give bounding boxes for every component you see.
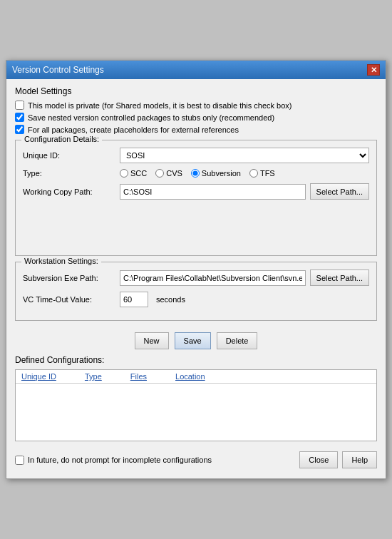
type-label: Type: xyxy=(23,169,115,178)
svn-exe-label: Subversion Exe Path: xyxy=(23,274,115,282)
col-location[interactable]: Location xyxy=(175,372,205,381)
close-button[interactable]: Close xyxy=(299,451,338,468)
version-control-settings-window: Version Control Settings ✕ Model Setting… xyxy=(6,60,386,479)
select-path-button-1[interactable]: Select Path... xyxy=(310,183,369,200)
workstation-settings-title: Workstation Settings: xyxy=(21,257,101,265)
timeout-input[interactable] xyxy=(120,292,148,307)
radio-scc-input[interactable] xyxy=(120,169,128,178)
radio-cvs: CVS xyxy=(155,169,182,178)
radio-scc: SCC xyxy=(120,169,147,178)
save-nested-label: Save nested version controlled packages … xyxy=(28,113,274,122)
workstation-settings-group: Workstation Settings: Subversion Exe Pat… xyxy=(15,262,377,321)
radio-subversion-label: Subversion xyxy=(202,169,241,178)
timeout-unit: seconds xyxy=(156,295,185,304)
type-radio-group: SCC CVS Subversion TFS xyxy=(120,169,369,178)
unique-id-label: Unique ID: xyxy=(23,151,115,160)
help-button[interactable]: Help xyxy=(342,451,377,468)
col-type[interactable]: Type xyxy=(85,372,102,381)
svn-exe-row: Subversion Exe Path: Select Path... xyxy=(23,270,369,286)
model-settings-title: Model Settings xyxy=(15,86,377,96)
working-copy-label: Working Copy Path: xyxy=(23,188,115,196)
title-bar: Version Control Settings ✕ xyxy=(6,61,386,79)
main-content: Model Settings This model is private (fo… xyxy=(6,79,386,478)
config-table-body xyxy=(16,384,376,441)
defined-configs-title: Defined Configurations: xyxy=(15,355,377,365)
placeholders-checkbox[interactable] xyxy=(15,125,24,134)
radio-cvs-label: CVS xyxy=(166,169,182,178)
footer-buttons: Close Help xyxy=(299,451,377,468)
working-copy-input[interactable] xyxy=(120,184,306,200)
select-path-button-2[interactable]: Select Path... xyxy=(310,270,369,286)
new-button[interactable]: New xyxy=(135,332,169,349)
checkbox-row-3: For all packages, create placeholders fo… xyxy=(15,125,377,134)
config-spacer xyxy=(23,205,369,248)
placeholders-label: For all packages, create placeholders fo… xyxy=(28,125,239,134)
radio-tfs-label: TFS xyxy=(260,169,275,178)
checkbox-row-1: This model is private (for Shared models… xyxy=(15,101,377,110)
future-label: In future, do not prompt for incomplete … xyxy=(28,456,212,464)
col-files[interactable]: Files xyxy=(130,372,147,381)
working-copy-row: Working Copy Path: Select Path... xyxy=(23,183,369,200)
timeout-row: VC Time-Out Value: seconds xyxy=(23,292,369,307)
unique-id-select[interactable]: SOSI xyxy=(120,148,369,163)
config-table-header: Unique ID Type Files Location xyxy=(16,370,376,384)
window-title: Version Control Settings xyxy=(12,65,104,75)
footer-row: In future, do not prompt for incomplete … xyxy=(15,447,377,471)
radio-subversion: Subversion xyxy=(191,169,241,178)
config-details-group: Configuration Details: Unique ID: SOSI T… xyxy=(15,140,377,256)
close-button[interactable]: ✕ xyxy=(367,64,380,76)
config-details-title: Configuration Details: xyxy=(21,135,102,143)
future-checkbox[interactable] xyxy=(15,456,24,465)
timeout-label: VC Time-Out Value: xyxy=(23,295,115,304)
radio-tfs: TFS xyxy=(249,169,275,178)
defined-config-table: Unique ID Type Files Location xyxy=(15,369,377,441)
radio-cvs-input[interactable] xyxy=(155,169,164,178)
action-buttons-row: New Save Delete xyxy=(15,327,377,355)
col-unique-id[interactable]: Unique ID xyxy=(21,372,56,381)
svn-exe-input[interactable] xyxy=(120,270,306,286)
checkbox-row-2: Save nested version controlled packages … xyxy=(15,113,377,122)
unique-id-row: Unique ID: SOSI xyxy=(23,148,369,163)
model-settings-section: Model Settings This model is private (fo… xyxy=(15,86,377,134)
defined-configs-section: Defined Configurations: Unique ID Type F… xyxy=(15,355,377,441)
radio-tfs-input[interactable] xyxy=(249,169,258,178)
footer-checkbox-row: In future, do not prompt for incomplete … xyxy=(15,456,212,465)
delete-button[interactable]: Delete xyxy=(217,332,258,349)
private-model-checkbox[interactable] xyxy=(15,101,24,110)
radio-subversion-input[interactable] xyxy=(191,169,200,178)
radio-scc-label: SCC xyxy=(130,169,147,178)
save-button[interactable]: Save xyxy=(175,332,211,349)
private-model-label: This model is private (for Shared models… xyxy=(28,101,292,110)
type-row: Type: SCC CVS Subversion xyxy=(23,169,369,178)
save-nested-checkbox[interactable] xyxy=(15,113,24,122)
